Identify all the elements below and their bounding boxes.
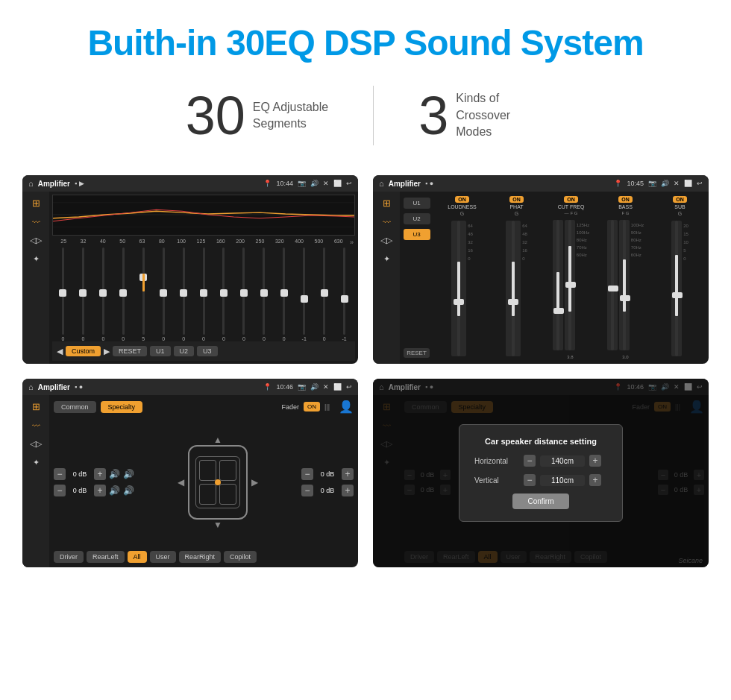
spec-bt-icon[interactable]: ✦ — [33, 458, 40, 467]
topbar-win-2[interactable]: ⬜ — [684, 180, 692, 187]
spec-vol-icon[interactable]: ◁▷ — [30, 439, 42, 449]
copilot-btn[interactable]: Copilot — [224, 551, 257, 563]
freq-125: 125 — [191, 239, 210, 246]
dsp-vol-icon[interactable]: ◁▷ — [380, 236, 392, 245]
user-btn[interactable]: User — [150, 551, 176, 563]
eq-sidebar-wave-icon[interactable]: 〰 — [32, 218, 40, 227]
topbar-camera-icon: 📷 — [298, 180, 306, 187]
dsp-u2-btn[interactable]: U2 — [404, 213, 430, 224]
minus-btn-4[interactable]: − — [301, 485, 313, 496]
eq-slider-32: 0 — [74, 247, 92, 341]
eq-slider-80: 0 — [154, 247, 173, 341]
topbar-win-3[interactable]: ⬜ — [333, 383, 342, 391]
cutfreq-toggle[interactable]: ON — [564, 196, 578, 203]
eq-freq-labels: 25 32 40 50 63 80 100 125 160 200 250 32… — [52, 239, 355, 246]
channel-phat: ON PHAT G 644832160 — [491, 196, 542, 359]
db-value-3: 0 dB — [316, 470, 339, 478]
topbar-back-icon[interactable]: ↩ — [346, 180, 352, 187]
car-arrow-down[interactable]: ▼ — [213, 520, 222, 530]
dsp-u3-btn[interactable]: U3 — [404, 229, 430, 240]
screen-specialty: ⌂ Amplifier ▪ ● 📍 10:46 📷 🔊 ✕ ⬜ ↩ ⊞ 〰 ◁▷… — [22, 379, 358, 567]
car-arrow-left[interactable]: ◀ — [178, 477, 184, 488]
db-value-4: 0 dB — [316, 487, 339, 494]
stat-crossover: 3 Kinds ofCrossover Modes — [374, 89, 590, 142]
expand-icon[interactable]: » — [350, 239, 354, 246]
topbar-cam-2: 📷 — [648, 180, 656, 187]
spec-right-controls: − 0 dB + − 0 dB + — [301, 418, 354, 546]
screenshots-grid: ⌂ Amplifier ▪ ▶ 📍 10:44 📷 🔊 ✕ ⬜ ↩ ⊞ 〰 ◁▷… — [0, 168, 731, 590]
eq-sidebar-vol-icon[interactable]: ◁▷ — [30, 236, 42, 245]
spec-eq-icon[interactable]: ⊞ — [32, 401, 40, 412]
vertical-minus-btn[interactable]: − — [524, 474, 536, 486]
vertical-plus-btn[interactable]: + — [589, 474, 601, 486]
prev-btn[interactable]: ◀ — [57, 347, 63, 356]
common-tab[interactable]: Common — [54, 401, 96, 413]
freq-160: 160 — [211, 239, 230, 246]
u3-btn[interactable]: U3 — [197, 346, 218, 356]
home-icon-2[interactable]: ⌂ — [379, 179, 384, 188]
rear-left-btn[interactable]: RearLeft — [87, 551, 125, 563]
confirm-button[interactable]: Confirm — [512, 494, 568, 509]
topbar-close-icon[interactable]: ✕ — [323, 180, 329, 187]
loudness-toggle[interactable]: ON — [455, 196, 469, 203]
phat-toggle[interactable]: ON — [509, 196, 524, 203]
topbar-close-3[interactable]: ✕ — [323, 383, 329, 391]
plus-btn-3[interactable]: + — [342, 468, 354, 480]
topbar-back-3[interactable]: ↩ — [346, 383, 352, 391]
seat-fr — [219, 460, 236, 481]
specialty-tab[interactable]: Specialty — [101, 401, 143, 413]
fader-on-btn[interactable]: ON — [304, 402, 320, 412]
seat-rr — [219, 484, 236, 505]
horizontal-minus-btn[interactable]: − — [524, 455, 536, 467]
minus-btn-2[interactable]: − — [54, 485, 66, 496]
dsp-bt-icon[interactable]: ✦ — [383, 254, 390, 264]
plus-btn-1[interactable]: + — [94, 468, 106, 480]
plus-btn-2[interactable]: + — [94, 485, 106, 496]
eq-sidebar-eq-icon[interactable]: ⊞ — [32, 198, 40, 209]
stat-eq: 30 EQ AdjustableSegments — [141, 89, 374, 142]
vertical-label: Vertical — [474, 476, 519, 485]
dsp-wave-icon[interactable]: 〰 — [383, 218, 391, 227]
all-btn[interactable]: All — [128, 551, 147, 563]
topbar-close-2[interactable]: ✕ — [674, 180, 680, 187]
stat-crossover-number: 3 — [418, 89, 448, 142]
topbar-vol-3: 🔊 — [310, 383, 319, 391]
home-icon-3[interactable]: ⌂ — [28, 382, 34, 391]
minus-btn-1[interactable]: − — [54, 468, 66, 480]
dsp-reset-btn[interactable]: RESET — [404, 348, 430, 358]
home-icon[interactable]: ⌂ — [28, 179, 34, 188]
db-row-3: − 0 dB + — [301, 468, 354, 480]
plus-btn-4[interactable]: + — [342, 485, 354, 496]
dialog-horizontal-row: Horizontal − 140cm + — [474, 455, 607, 467]
u1-btn[interactable]: U1 — [150, 346, 171, 356]
spec-sidebar: ⊞ 〰 ◁▷ ✦ — [22, 395, 49, 567]
channel-loudness: ON LOUDNESS G 644832160 — [436, 196, 488, 359]
speaker-icon-1: 🔊 — [109, 469, 120, 479]
topbar-time-1: 10:44 — [276, 180, 293, 187]
sub-toggle[interactable]: ON — [673, 196, 687, 203]
spec-wave-icon[interactable]: 〰 — [32, 421, 40, 430]
driver-btn[interactable]: Driver — [54, 551, 84, 563]
dsp-u1-btn[interactable]: U1 — [404, 198, 430, 209]
dsp-eq-icon[interactable]: ⊞ — [383, 198, 391, 209]
db-row-1: − 0 dB + 🔊 🔊 — [54, 468, 134, 480]
u2-btn[interactable]: U2 — [174, 346, 195, 356]
horizontal-plus-btn[interactable]: + — [589, 455, 601, 467]
topbar-back-2[interactable]: ↩ — [697, 180, 703, 187]
eq-sidebar-bt-icon[interactable]: ✦ — [33, 254, 40, 264]
bass-toggle[interactable]: ON — [618, 196, 633, 203]
dsp-screen-body: ⊞ 〰 ◁▷ ✦ U1 U2 U3 RESET ON — [373, 192, 709, 364]
topbar-window-icon[interactable]: ⬜ — [333, 180, 342, 187]
preset-custom-btn[interactable]: Custom — [66, 346, 101, 356]
stat-crossover-label: Kinds ofCrossover Modes — [456, 90, 545, 140]
next-btn[interactable]: ▶ — [104, 347, 110, 356]
screen-dialog: ⌂ Amplifier ▪ ● 📍 10:46 📷 🔊 ✕ ⬜ ↩ ⊞ 〰 ◁▷… — [373, 379, 709, 567]
reset-btn[interactable]: RESET — [113, 346, 147, 356]
car-arrow-up[interactable]: ▲ — [213, 435, 222, 445]
car-arrow-right[interactable]: ▶ — [251, 477, 258, 488]
rear-right-btn[interactable]: RearRight — [179, 551, 222, 563]
eq-slider-100: 0 — [175, 247, 193, 341]
freq-50: 50 — [113, 239, 132, 246]
minus-btn-3[interactable]: − — [301, 468, 313, 480]
eq-slider-500: 0 — [315, 247, 333, 341]
